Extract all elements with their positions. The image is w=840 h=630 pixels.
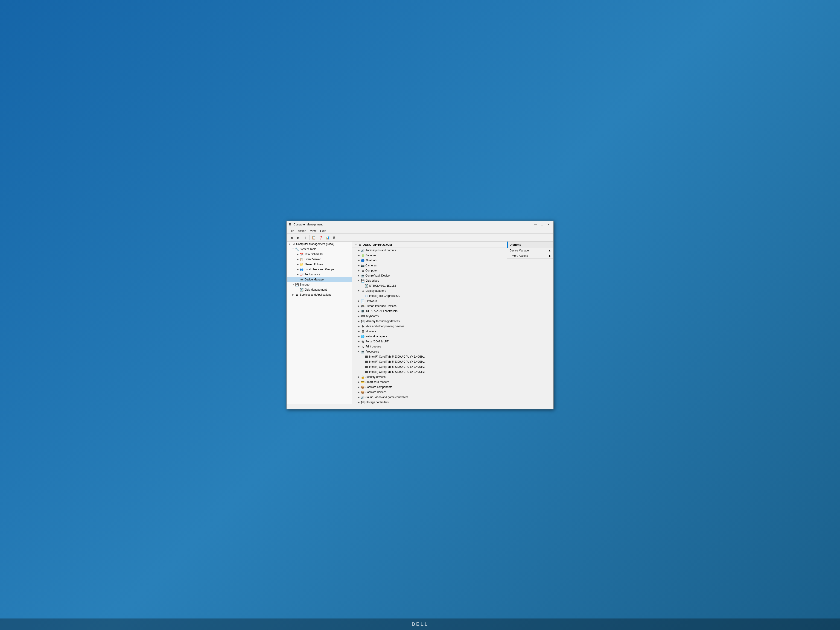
computer-toggle: ▶ <box>357 269 361 272</box>
menu-action[interactable]: Action <box>296 229 308 233</box>
controlvault-toggle: ▶ <box>357 274 361 278</box>
device-audio[interactable]: ▶ 🔊 Audio inputs and outputs <box>352 248 507 253</box>
memory-tech-toggle: ▶ <box>357 319 361 323</box>
device-controlvault[interactable]: ▶ 💻 ControlVault Device <box>352 273 507 278</box>
close-button[interactable]: ✕ <box>545 222 551 227</box>
device-network[interactable]: ▶ 🌐 Network adapters <box>352 334 507 339</box>
sw-components-label: Software components <box>365 385 392 389</box>
ports-label: Ports (COM & LPT) <box>365 340 389 343</box>
action-device-manager[interactable]: Device Manager ▲ <box>507 248 553 253</box>
smart-card-toggle: ▶ <box>357 380 361 384</box>
device-storage-ctrl[interactable]: ▶ 💾 Storage controllers <box>352 400 507 404</box>
intel-hd-icon: 🖵 <box>364 294 368 298</box>
controlvault-icon: 💻 <box>361 273 365 278</box>
tree-disk-management[interactable]: 💽 Disk Management <box>287 287 352 292</box>
device-manager-icon: 💻 <box>300 278 304 282</box>
storage-ctrl-toggle: ▶ <box>357 400 361 404</box>
ide-label: IDE ATA/ATAPI controllers <box>365 309 398 313</box>
show-hide-button[interactable]: 📋 <box>310 235 317 241</box>
monitors-label: Monitors <box>365 330 376 333</box>
menu-help[interactable]: Help <box>318 229 328 233</box>
device-memory-tech[interactable]: ▶ 💾 Memory technology devices <box>352 319 507 324</box>
sound-label: Sound, video and game controllers <box>365 396 408 399</box>
device-software-components[interactable]: ▶ 📦 Software components <box>352 385 507 390</box>
device-smart-card[interactable]: ▶ 💳 Smart card readers <box>352 379 507 385</box>
menu-file[interactable]: File <box>287 229 296 233</box>
device-display[interactable]: ▼ 🖥 Display adapters <box>352 288 507 294</box>
back-button[interactable]: ◀ <box>288 235 295 241</box>
device-security[interactable]: ▶ 🔒 Security devices <box>352 374 507 379</box>
device-cameras[interactable]: ▶ 📷 Cameras <box>352 263 507 268</box>
properties-button[interactable]: 📊 <box>324 235 331 241</box>
device-firmware[interactable]: ▶ 📄 Firmware <box>352 298 507 303</box>
device-ide[interactable]: ▶ 💻 IDE ATA/ATAPI controllers <box>352 309 507 314</box>
device-ports[interactable]: ▶ 🔌 Ports (COM & LPT) <box>352 339 507 344</box>
system-tools-icon: 🔧 <box>295 247 299 251</box>
menu-view[interactable]: View <box>308 229 318 233</box>
device-cpu4[interactable]: ⬛ Intel(R) Core(TM) i5-6300U CPU @ 2.40G… <box>352 369 507 374</box>
audio-icon: 🔊 <box>361 248 365 253</box>
processors-label: Processors <box>365 350 379 353</box>
forward-button[interactable]: ▶ <box>295 235 302 241</box>
tree-shared-folders[interactable]: ▶ 📁 Shared Folders <box>287 262 352 267</box>
tree-services-apps[interactable]: ▶ ⚙ Services and Applications <box>287 292 352 297</box>
intel-hd-toggle <box>361 294 364 298</box>
cpu2-label: Intel(R) Core(TM) i5-6300U CPU @ 2.40GHz <box>369 360 425 363</box>
local-users-toggle: ▶ <box>296 268 300 271</box>
security-toggle: ▶ <box>357 375 361 379</box>
disk-management-label: Disk Management <box>305 288 327 291</box>
computer-name: DESKTOP-RPJ17UM <box>363 243 392 246</box>
tree-device-manager[interactable]: 💻 Device Manager <box>287 277 352 282</box>
device-bluetooth[interactable]: ▶ 🔵 Bluetooth <box>352 258 507 263</box>
device-st500[interactable]: 💽 ST500LM021-1KJ152 <box>352 283 507 288</box>
device-hid[interactable]: ▶ 🎮 Human Interface Devices <box>352 303 507 309</box>
device-disk-drives[interactable]: ▼ 💾 Disk drives <box>352 278 507 283</box>
computer-button[interactable]: 🖥 <box>331 235 338 241</box>
device-manager-label: Device Manager <box>305 278 324 281</box>
tree-system-tools[interactable]: ▼ 🔧 System Tools <box>287 246 352 252</box>
device-keyboards[interactable]: ▶ ⌨ Keyboards <box>352 314 507 319</box>
device-print-queues[interactable]: ▶ 🖨 Print queues <box>352 344 507 349</box>
tree-task-scheduler[interactable]: ▶ 📅 Task Scheduler <box>287 252 352 257</box>
device-software-devices[interactable]: ▶ 📦 Software devices <box>352 390 507 395</box>
storage-icon: 💾 <box>295 283 299 287</box>
device-cpu2[interactable]: ⬛ Intel(R) Core(TM) i5-6300U CPU @ 2.40G… <box>352 359 507 364</box>
minimize-button[interactable]: — <box>533 222 538 227</box>
tree-root[interactable]: ▼ 🖥 Computer Management (Local) <box>287 242 352 246</box>
device-mice[interactable]: ▶ 🖱 Mice and other pointing devices <box>352 324 507 329</box>
event-viewer-label: Event Viewer <box>305 258 321 261</box>
keyboards-toggle: ▶ <box>357 314 361 318</box>
device-batteries[interactable]: ▶ 🔋 Batteries <box>352 253 507 258</box>
print-toggle: ▶ <box>357 345 361 348</box>
services-apps-icon: ⚙ <box>295 293 299 297</box>
controlvault-label: ControlVault Device <box>365 274 390 277</box>
tree-event-viewer[interactable]: ▶ 📋 Event Viewer <box>287 257 352 262</box>
tree-storage[interactable]: ▼ 💾 Storage <box>287 282 352 287</box>
device-sound[interactable]: ▶ 🔊 Sound, video and game controllers <box>352 395 507 400</box>
device-processors[interactable]: ▼ 💻 Processors <box>352 349 507 354</box>
network-toggle: ▶ <box>357 335 361 338</box>
firmware-icon: 📄 <box>361 299 365 303</box>
tree-performance[interactable]: ▶ 📈 Performance <box>287 272 352 277</box>
print-label: Print queues <box>365 345 381 348</box>
device-computer[interactable]: ▶ 🖥 Computer <box>352 268 507 273</box>
storage-ctrl-icon: 💾 <box>361 400 365 404</box>
cameras-toggle: ▶ <box>357 264 361 267</box>
up-button[interactable]: ⬆ <box>302 235 308 241</box>
device-intel-hd[interactable]: 🖵 Intel(R) HD Graphics 520 <box>352 294 507 298</box>
ide-toggle: ▶ <box>357 309 361 313</box>
maximize-button[interactable]: □ <box>539 222 545 227</box>
hid-label: Human Interface Devices <box>365 305 396 308</box>
device-monitors[interactable]: ▶ 🖥 Monitors <box>352 329 507 334</box>
device-cpu3[interactable]: ⬛ Intel(R) Core(TM) i5-6300U CPU @ 2.40G… <box>352 364 507 369</box>
security-icon: 🔒 <box>361 375 365 379</box>
action-more[interactable]: More Actions ▶ <box>507 253 553 259</box>
firmware-toggle: ▶ <box>357 299 361 303</box>
help-button[interactable]: ❓ <box>317 235 324 241</box>
performance-label: Performance <box>305 273 320 276</box>
security-label: Security devices <box>365 375 385 379</box>
smart-card-icon: 💳 <box>361 380 365 384</box>
computer-icon: 🖥 <box>361 268 365 273</box>
device-cpu1[interactable]: ⬛ Intel(R) Core(TM) i5-6300U CPU @ 2.40G… <box>352 354 507 359</box>
tree-local-users[interactable]: ▶ 👥 Local Users and Groups <box>287 267 352 272</box>
